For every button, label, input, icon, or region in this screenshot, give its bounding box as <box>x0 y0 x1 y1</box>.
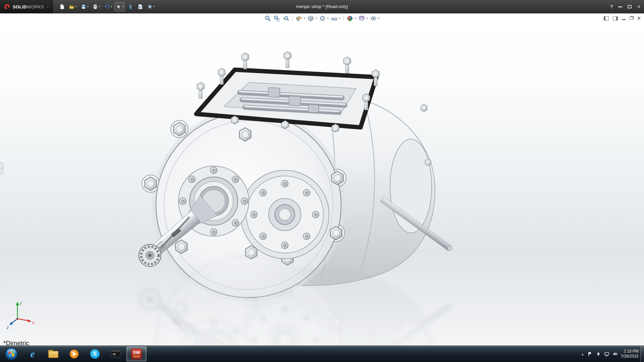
main-toolbar: ▾ ▾ ▾ ▾ <box>58 0 156 13</box>
shift-fork <box>308 104 319 113</box>
y-axis-label: y <box>19 301 22 305</box>
apply-scene-button[interactable]: ▾ <box>359 15 368 22</box>
brand-light: WORKS <box>27 4 44 9</box>
dropdown-arrow-icon[interactable]: ▾ <box>355 17 356 20</box>
z-axis-label: z <box>6 325 9 330</box>
appearance-ball-icon <box>347 15 354 22</box>
document-close-button[interactable]: × <box>637 15 641 21</box>
display-style-icon <box>319 15 326 22</box>
show-pane-left-button[interactable] <box>604 16 609 20</box>
hide-show-items-button[interactable]: ▾ <box>331 15 340 22</box>
system-tray: ▴ 2:15 PM 7/28/2015 <box>581 346 639 362</box>
solidworks-icon-badge: 2015 <box>133 355 140 358</box>
taskbar-item-internet-explorer[interactable]: e <box>22 347 43 361</box>
help-button[interactable]: ? <box>610 4 613 9</box>
file-properties-icon <box>137 4 143 10</box>
taskbar-clock[interactable]: 2:15 PM 7/28/2015 <box>621 349 639 359</box>
section-view-icon <box>296 15 302 22</box>
dropdown-arrow-icon[interactable]: ▾ <box>315 17 317 20</box>
previous-view-button[interactable] <box>282 15 289 22</box>
windows-start-orb-icon <box>4 347 18 361</box>
rebuild-button[interactable] <box>126 2 135 11</box>
network-display-icon[interactable] <box>604 351 609 357</box>
select-button[interactable]: ▾ <box>114 2 125 11</box>
dropdown-arrow-icon[interactable]: ▾ <box>367 17 368 20</box>
minimize-button[interactable] <box>618 6 622 7</box>
zoom-to-area-icon <box>273 15 280 22</box>
section-view-button[interactable]: ▾ <box>296 15 305 22</box>
dropdown-arrow-icon[interactable]: ▾ <box>75 5 77 8</box>
dropdown-arrow-icon[interactable]: ▾ <box>111 5 112 8</box>
solidworks-2015-icon: SW 2015 <box>131 349 142 359</box>
action-center-flag-icon[interactable] <box>587 351 593 357</box>
undo-button[interactable]: ▾ <box>103 2 113 11</box>
taskbar-item-command-prompt[interactable] <box>106 347 126 361</box>
view-orientation-label: *Dimetric <box>3 340 29 346</box>
model-canvas[interactable] <box>0 13 644 346</box>
secondary-bearing-face[interactable] <box>240 170 329 259</box>
close-button[interactable]: × <box>637 4 641 10</box>
volume-icon[interactable] <box>612 351 618 357</box>
show-desktop-button[interactable] <box>640 346 644 362</box>
save-button[interactable]: ▾ <box>79 2 90 11</box>
zoom-to-area-button[interactable] <box>273 15 280 22</box>
dropdown-arrow-icon[interactable]: ▾ <box>378 17 380 20</box>
taskbar-item-skype[interactable]: S <box>85 347 105 361</box>
gearbox-assembly-model[interactable] <box>139 52 452 302</box>
file-properties-button[interactable] <box>136 2 145 11</box>
heads-up-view-toolbar: ▾ ▾ ▾ ▾ <box>264 15 379 22</box>
y-axis-arrow <box>16 302 19 305</box>
view-orientation-button[interactable]: ▾ <box>307 15 317 22</box>
media-player-icon <box>69 349 79 359</box>
dropdown-arrow-icon[interactable]: ▾ <box>304 17 305 20</box>
taskbar: e S SW 2015 ▴ <box>0 346 644 362</box>
dropdown-arrow-icon[interactable]: ▾ <box>154 5 155 8</box>
taskbar-item-windows-explorer[interactable] <box>43 347 63 361</box>
solidworks-desktop: { "titlebar": { "logo": { "bold": "SOLID… <box>0 0 644 362</box>
show-hidden-icons-button[interactable]: ▴ <box>581 352 584 356</box>
gear-icon <box>147 4 153 10</box>
document-minimize-button[interactable] <box>622 19 626 20</box>
undo-icon <box>104 4 110 10</box>
panel-collapse-tab[interactable]: ‹ <box>0 163 3 175</box>
new-document-button[interactable] <box>58 2 66 11</box>
open-icon <box>69 4 75 10</box>
zoom-to-fit-icon <box>264 15 271 22</box>
scene-icon <box>359 15 365 22</box>
rebuild-icon <box>127 4 133 10</box>
edit-appearance-button[interactable]: ▾ <box>347 15 356 22</box>
internet-explorer-icon: e <box>30 349 35 359</box>
options-button[interactable]: ▾ <box>146 2 156 11</box>
show-pane-right-button[interactable] <box>613 16 618 20</box>
view-settings-button[interactable]: ▾ <box>370 15 380 22</box>
folder-icon <box>48 350 58 358</box>
open-button[interactable]: ▾ <box>67 2 78 11</box>
toolbar-separator <box>292 15 292 21</box>
taskbar-item-media-player[interactable] <box>64 347 84 361</box>
print-button[interactable]: ▾ <box>91 2 102 11</box>
z-axis-arrow <box>9 322 13 325</box>
dropdown-arrow-icon[interactable]: ▾ <box>87 5 89 8</box>
view-settings-eye-icon <box>370 15 377 22</box>
brand-bold: SOLID <box>13 4 27 9</box>
maximize-button[interactable] <box>628 5 632 8</box>
toolbar-separator <box>343 15 344 21</box>
display-style-button[interactable]: ▾ <box>319 15 328 22</box>
orientation-triad: y x z <box>5 299 36 330</box>
graphics-viewport[interactable]: ▾ ▾ ▾ ▾ <box>0 13 644 346</box>
document-restore-button[interactable] <box>630 17 633 20</box>
taskbar-item-solidworks-2015[interactable]: SW 2015 <box>126 347 147 361</box>
new-document-icon <box>59 4 65 10</box>
power-plug-icon[interactable] <box>596 351 601 357</box>
skype-glyph: S <box>93 351 97 357</box>
start-button[interactable] <box>1 346 22 362</box>
logo-expand-chevron-icon[interactable]: › <box>47 4 49 9</box>
dropdown-arrow-icon[interactable]: ▾ <box>327 17 328 20</box>
x-axis-label: x <box>32 320 35 325</box>
dropdown-arrow-icon[interactable]: ▾ <box>122 5 124 8</box>
dropdown-arrow-icon[interactable]: ▾ <box>339 17 340 20</box>
print-icon <box>92 4 98 10</box>
zoom-to-fit-button[interactable] <box>264 15 271 22</box>
dropdown-arrow-icon[interactable]: ▾ <box>99 5 100 8</box>
taskbar-items: e S SW 2015 <box>1 346 147 362</box>
